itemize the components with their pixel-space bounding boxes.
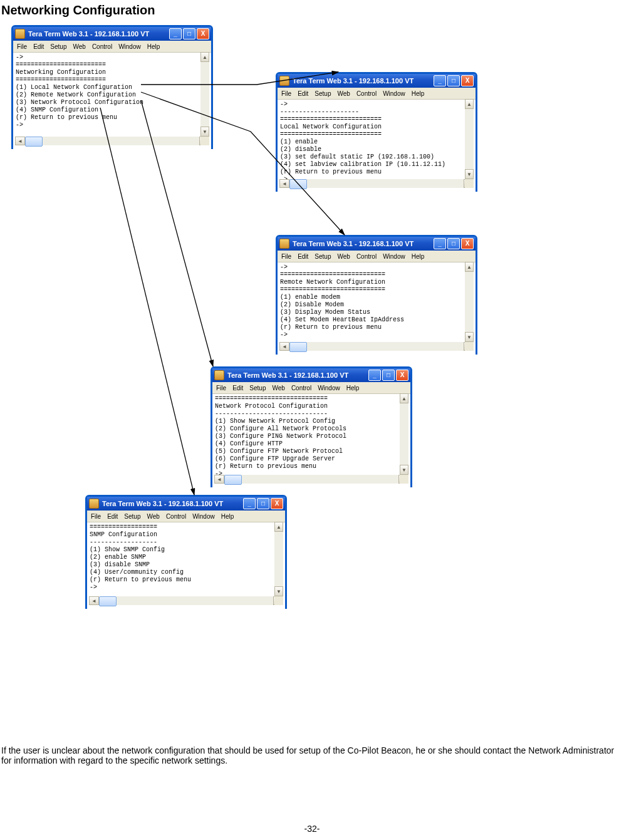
menu-web[interactable]: Web <box>338 253 350 260</box>
scroll-left-icon[interactable]: ◄ <box>89 596 99 605</box>
close-button[interactable]: X <box>197 28 209 39</box>
titlebar[interactable]: Tera Term Web 3.1 - 192.168.1.100 VT _ □… <box>13 27 211 41</box>
minimize-button[interactable]: _ <box>243 498 256 509</box>
hscrollbar[interactable]: ◄► <box>15 137 209 145</box>
resize-grip-icon[interactable] <box>200 137 209 145</box>
menu-file[interactable]: File <box>91 513 101 520</box>
menu-window[interactable]: Window <box>383 90 405 97</box>
resize-grip-icon[interactable] <box>274 596 283 605</box>
scroll-thumb[interactable] <box>25 137 43 147</box>
maximize-button[interactable]: □ <box>257 498 269 509</box>
scroll-thumb[interactable] <box>289 342 307 352</box>
menu-web[interactable]: Web <box>338 90 350 97</box>
menu-setup[interactable]: Setup <box>50 43 66 50</box>
app-icon <box>279 239 289 249</box>
menu-edit[interactable]: Edit <box>232 385 243 391</box>
scroll-left-icon[interactable]: ◄ <box>15 137 25 145</box>
vscrollbar[interactable]: ▲▼ <box>200 52 209 137</box>
hscrollbar[interactable]: ◄► <box>279 342 474 351</box>
hscrollbar[interactable]: ◄► <box>279 179 474 188</box>
titlebar[interactable]: Tera Term Web 3.1 - 192.168.1.100 VT _ □… <box>212 368 410 382</box>
menu-control[interactable]: Control <box>356 253 377 260</box>
scroll-up-icon[interactable]: ▲ <box>465 262 474 272</box>
scroll-down-icon[interactable]: ▼ <box>465 169 474 179</box>
menu-file[interactable]: File <box>216 385 226 391</box>
menu-window[interactable]: Window <box>118 43 141 50</box>
close-button[interactable]: X <box>396 370 408 381</box>
titlebar[interactable]: Tera Term Web 3.1 - 192.168.1.100 VT _ □… <box>278 74 476 88</box>
maximize-button[interactable]: □ <box>382 370 395 381</box>
menu-help[interactable]: Help <box>147 43 160 50</box>
titlebar[interactable]: Tera Term Web 3.1 - 192.168.1.100 VT _ □… <box>278 237 476 251</box>
terminal-body[interactable]: -> ======================== Networking C… <box>13 53 211 150</box>
vscrollbar[interactable]: ▲▼ <box>465 99 474 179</box>
menubar: File Edit Setup Web Control Window Help <box>278 88 476 100</box>
scroll-up-icon[interactable]: ▲ <box>200 52 209 62</box>
menu-setup[interactable]: Setup <box>315 253 331 260</box>
scroll-down-icon[interactable]: ▼ <box>274 586 283 596</box>
menu-file[interactable]: File <box>281 253 291 260</box>
close-button[interactable]: X <box>461 238 474 249</box>
vscrollbar[interactable]: ▲▼ <box>465 262 474 342</box>
menu-setup[interactable]: Setup <box>315 90 331 97</box>
menu-setup[interactable]: Setup <box>249 385 266 391</box>
menu-help[interactable]: Help <box>221 513 234 520</box>
minimize-button[interactable]: _ <box>434 238 446 249</box>
menu-web[interactable]: Web <box>147 513 160 520</box>
window-networking-config: Tera Term Web 3.1 - 192.168.1.100 VT _ □… <box>11 25 213 149</box>
scroll-left-icon[interactable]: ◄ <box>279 179 289 188</box>
hscrollbar[interactable]: ◄► <box>89 596 283 605</box>
menu-help[interactable]: Help <box>346 385 360 391</box>
resize-grip-icon[interactable] <box>465 342 474 351</box>
menu-edit[interactable]: Edit <box>298 253 308 260</box>
menu-control[interactable]: Control <box>356 90 377 97</box>
hscrollbar[interactable]: ◄► <box>214 475 408 484</box>
close-button[interactable]: X <box>271 498 283 509</box>
maximize-button[interactable]: □ <box>447 75 460 86</box>
menu-window[interactable]: Window <box>192 513 215 520</box>
minimize-button[interactable]: _ <box>434 75 446 86</box>
scroll-thumb[interactable] <box>224 475 242 485</box>
maximize-button[interactable]: □ <box>447 238 460 249</box>
menu-window[interactable]: Window <box>383 253 405 260</box>
minimize-button[interactable]: _ <box>169 28 182 39</box>
scroll-left-icon[interactable]: ◄ <box>214 475 224 484</box>
app-icon <box>89 499 99 509</box>
maximize-button[interactable]: □ <box>183 28 195 39</box>
menu-control[interactable]: Control <box>291 385 311 391</box>
menu-help[interactable]: Help <box>412 90 425 97</box>
scroll-thumb[interactable] <box>99 596 117 606</box>
app-icon <box>15 29 25 39</box>
menu-edit[interactable]: Edit <box>107 513 118 520</box>
minimize-button[interactable]: _ <box>368 370 381 381</box>
menu-file[interactable]: File <box>17 43 27 50</box>
titlebar[interactable]: Tera Term Web 3.1 - 192.168.1.100 VT _ □… <box>87 497 285 511</box>
app-icon <box>279 76 289 86</box>
resize-grip-icon[interactable] <box>400 475 408 484</box>
menu-web[interactable]: Web <box>273 385 285 391</box>
menu-setup[interactable]: Setup <box>124 513 140 520</box>
window-network-protocol: Tera Term Web 3.1 - 192.168.1.100 VT _ □… <box>211 366 412 487</box>
scroll-down-icon[interactable]: ▼ <box>400 465 408 475</box>
window-local-network: Tera Term Web 3.1 - 192.168.1.100 VT _ □… <box>276 72 477 192</box>
scroll-up-icon[interactable]: ▲ <box>400 393 408 403</box>
menubar: File Edit Setup Web Control Window Help <box>13 41 211 53</box>
menu-edit[interactable]: Edit <box>33 43 44 50</box>
menu-control[interactable]: Control <box>166 513 186 520</box>
menu-edit[interactable]: Edit <box>298 90 308 97</box>
scroll-down-icon[interactable]: ▼ <box>465 332 474 342</box>
scroll-down-icon[interactable]: ▼ <box>200 127 209 137</box>
vscrollbar[interactable]: ▲▼ <box>400 393 408 475</box>
menu-help[interactable]: Help <box>412 253 425 260</box>
vscrollbar[interactable]: ▲▼ <box>274 522 283 596</box>
close-button[interactable]: X <box>461 75 474 86</box>
menu-window[interactable]: Window <box>318 385 340 391</box>
scroll-up-icon[interactable]: ▲ <box>274 522 283 532</box>
resize-grip-icon[interactable] <box>465 179 474 188</box>
menu-file[interactable]: File <box>281 90 291 97</box>
scroll-left-icon[interactable]: ◄ <box>279 342 289 351</box>
menu-control[interactable]: Control <box>92 43 112 50</box>
menu-web[interactable]: Web <box>73 43 86 50</box>
scroll-up-icon[interactable]: ▲ <box>465 99 474 109</box>
scroll-thumb[interactable] <box>289 179 307 189</box>
